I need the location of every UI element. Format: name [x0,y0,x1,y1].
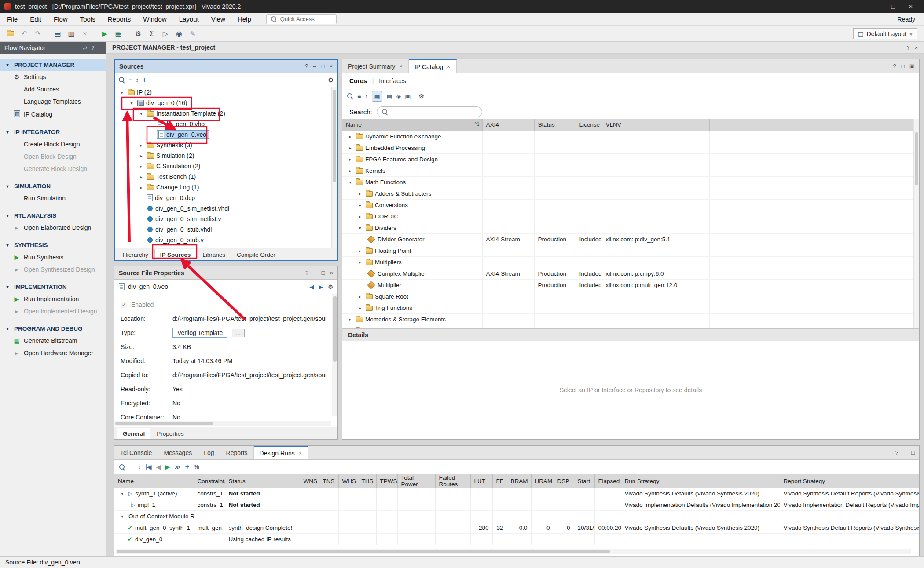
ip-settings-icon[interactable]: ◈ [396,93,401,100]
report-icon[interactable]: ▷ [159,28,172,40]
column-license[interactable]: License [576,119,602,131]
tree-item-stub-vhdl[interactable]: div_gen_0_stub.vhdl [115,224,337,235]
close-panel-icon[interactable]: × [330,269,333,276]
sidebar-item-generate-block-design[interactable]: Generate Block Design [0,163,106,175]
fast-forward-icon[interactable]: ≫ [174,463,181,470]
sidebar-item-open-elaborated-design[interactable]: ▸Open Elaborated Design [0,222,106,234]
help-icon[interactable]: ? [895,449,898,456]
sidebar-item-ip-catalog[interactable]: IP Catalog [0,108,106,121]
copy-icon[interactable]: ▥ [65,28,77,40]
sfp-panel-header[interactable]: Source File Properties ? – □ × [114,266,337,280]
expand-all-icon[interactable]: ↕ [136,76,139,84]
tree-item-div-gen-0-veo[interactable]: div_gen_0.veo [115,129,337,140]
catalog-row[interactable]: Kernels [342,165,919,176]
close-button[interactable]: × [902,0,920,13]
design-run-row-div-gen-0[interactable]: ✓div_gen_0 Using cached IP results [114,534,919,545]
tab-hierarchy[interactable]: Hierarchy [117,249,154,260]
type-select[interactable]: Verilog Template [172,328,227,338]
search-icon[interactable] [119,464,125,470]
collapse-icon[interactable] [4,130,11,135]
forward-icon[interactable]: ▶ [319,284,323,290]
float-panel-icon[interactable]: □ [321,63,325,69]
catalog-row[interactable]: FPGA Features and Design [342,153,919,165]
settings-icon[interactable]: ⚙ [328,76,334,84]
design-run-row-synth-1[interactable]: ▷synth_1 (active) constrs_1 Not started … [114,488,919,499]
tree-item-instantiation-template[interactable]: Instantiation Template (2) [115,108,337,119]
percent-icon[interactable]: % [194,463,199,470]
catalog-row[interactable]: CORDIC [342,211,919,222]
menu-layout[interactable]: Layout [179,15,199,23]
sidebar-section-program-and-debug[interactable]: PROGRAM AND DEBUG [0,323,106,335]
vertical-scrollbar[interactable] [332,294,337,416]
add-sources-icon[interactable]: + [142,76,146,84]
tab-messages[interactable]: Messages [158,446,198,459]
help-icon[interactable]: ? [893,63,896,69]
catalog-row-complex-multiplier[interactable]: Complex MultiplierAXI4-StreamProductionI… [342,268,919,279]
expander-icon[interactable] [128,101,135,106]
delete-icon[interactable]: × [79,28,91,40]
collapse-icon[interactable] [4,213,11,218]
search-input[interactable] [377,106,482,117]
vertical-scrollbar[interactable] [331,87,337,248]
float-panel-icon[interactable]: □ [911,449,915,456]
float-panel-icon[interactable]: □ [322,269,325,276]
catalog-row[interactable]: Math Functions [342,176,919,188]
subtab-interfaces[interactable]: Interfaces [379,77,406,84]
expander-icon[interactable] [347,317,354,322]
catalog-row[interactable]: Dynamic Function eXchange [342,131,919,142]
minimize-panel-icon[interactable]: – [313,269,316,276]
minimize-panel-icon[interactable]: – [313,63,316,69]
catalog-row-divider-generator[interactable]: Divider GeneratorAXI4-StreamProductionIn… [342,233,919,245]
expander-icon[interactable] [356,191,363,196]
maximize-panel-icon[interactable]: ▣ [909,63,915,69]
expander-icon[interactable] [347,157,354,162]
collapse-all-icon[interactable]: ≡ [128,76,132,84]
quick-access-search[interactable]: Quick Access [266,14,337,24]
subtab-cores[interactable]: Cores [349,77,367,84]
run-icon[interactable]: ▶ [99,28,111,40]
expander-icon[interactable] [347,134,354,139]
collapse-all-icon[interactable]: ≡ [357,93,361,100]
catalog-row[interactable]: Square Root [342,291,919,302]
sidebar-item-generate-bitstream[interactable]: ▦Generate Bitstream [0,335,106,347]
sidebar-item-run-simulation[interactable]: Run Simulation [0,192,106,204]
back-icon[interactable]: ◀ [309,284,314,290]
tab-ip-catalog[interactable]: IP Catalog × [409,59,457,73]
sidebar-item-settings[interactable]: ⚙Settings [0,71,106,83]
expander-icon[interactable] [119,514,126,519]
search-icon[interactable] [347,93,353,99]
collapse-all-icon[interactable]: ≡ [130,463,133,470]
minimize-panel-icon[interactable]: – [903,449,906,456]
expander-icon[interactable] [118,90,125,95]
repository-view-icon[interactable]: ▤ [386,93,392,100]
expander-icon[interactable] [347,168,354,173]
column-status[interactable]: Status [534,119,576,131]
play-icon[interactable]: ▶ [165,463,170,470]
details-header[interactable]: Details [342,328,919,341]
catalog-row[interactable]: Memories & Storage Elements [342,313,919,325]
more-button[interactable]: ... [232,329,245,337]
expander-icon[interactable] [138,153,145,158]
group-by-hierarchy-icon[interactable]: ▦ [372,91,382,102]
tree-item-div-gen-0-vho[interactable]: div_gen_0.vho [115,119,337,129]
sidebar-item-open-implemented-design[interactable]: ▸Open Implemented Design [0,305,106,317]
sidebar-section-implementation[interactable]: IMPLEMENTATION [0,281,106,293]
collapse-icon[interactable] [4,284,11,289]
horizontal-scrollbar[interactable] [114,421,331,426]
sidebar-section-project-manager[interactable]: PROJECT MANAGER [0,59,106,71]
tree-item-synthesis[interactable]: Synthesis (3) [115,140,337,150]
save-icon[interactable]: ▤ [51,28,64,40]
catalog-row[interactable]: Adders & Subtracters [342,188,919,199]
timer-icon[interactable]: ◉ [173,28,185,40]
help-icon[interactable]: ? [906,44,909,51]
expander-icon[interactable] [119,491,126,496]
expander-icon[interactable] [356,306,363,310]
close-tab-icon[interactable]: × [447,63,451,70]
program-device-icon[interactable]: ▦ [112,28,125,40]
sidebar-item-open-hardware-manager[interactable]: ▸Open Hardware Manager [0,347,106,359]
selected-item[interactable]: div_gen_0.veo [157,130,209,139]
vertical-scrollbar[interactable] [913,119,919,328]
tab-general[interactable]: General [117,428,150,439]
maximize-button[interactable]: □ [884,0,902,13]
sidebar-item-open-block-design[interactable]: Open Block Design [0,150,106,163]
